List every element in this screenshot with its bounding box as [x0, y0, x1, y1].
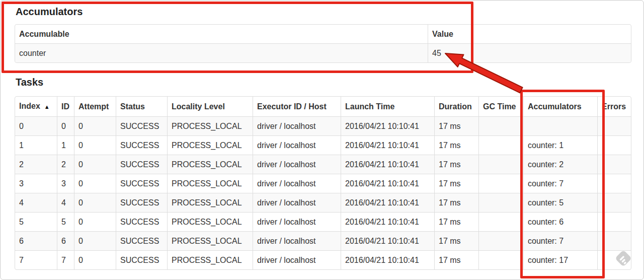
cell-duration: 17 ms — [434, 250, 478, 269]
cell-id: 5 — [57, 212, 74, 231]
cell-executor: driver / localhost — [253, 231, 341, 250]
cell-duration: 17 ms — [434, 193, 478, 212]
column-header-index[interactable]: Index▲ — [15, 97, 57, 116]
cell-locality: PROCESS_LOCAL — [167, 231, 253, 250]
sort-ascending-icon: ▲ — [44, 104, 50, 110]
cell-locality: PROCESS_LOCAL — [167, 250, 253, 269]
cell-status: SUCCESS — [116, 135, 167, 155]
cell-executor: driver / localhost — [253, 250, 341, 269]
table-row: 330SUCCESSPROCESS_LOCALdriver / localhos… — [15, 174, 631, 193]
column-header-launch-time[interactable]: Launch Time — [341, 97, 434, 116]
cell-index: 2 — [15, 155, 57, 174]
cell-status: SUCCESS — [116, 231, 167, 250]
cell-accumulators — [523, 116, 597, 135]
cell-attempt: 0 — [74, 174, 116, 193]
cell-index: 0 — [15, 116, 57, 135]
cell-launch_time: 2016/04/21 10:10:41 — [341, 135, 434, 155]
cell-attempt: 0 — [74, 155, 116, 174]
cell-launch_time: 2016/04/21 10:10:41 — [341, 231, 434, 250]
table-row: 660SUCCESSPROCESS_LOCALdriver / localhos… — [15, 231, 631, 250]
cell-launch_time: 2016/04/21 10:10:41 — [341, 212, 434, 231]
column-header-status[interactable]: Status — [116, 97, 167, 116]
cell-status: SUCCESS — [116, 174, 167, 193]
cell-status: SUCCESS — [116, 212, 167, 231]
column-header-attempt[interactable]: Attempt — [74, 97, 116, 116]
cell-errors — [597, 193, 631, 212]
cell-index: 7 — [15, 250, 57, 269]
tasks-section-title: Tasks — [16, 76, 43, 88]
cell-locality: PROCESS_LOCAL — [167, 155, 253, 174]
cell-status: SUCCESS — [116, 250, 167, 269]
cell-duration: 17 ms — [434, 174, 478, 193]
cell-locality: PROCESS_LOCAL — [167, 135, 253, 155]
column-header-duration[interactable]: Duration — [434, 97, 478, 116]
cell-locality: PROCESS_LOCAL — [167, 212, 253, 231]
spark-stage-page: Accumulators Accumulable Value counter45… — [0, 0, 644, 280]
cell-duration: 17 ms — [434, 116, 478, 135]
column-header-accumulators[interactable]: Accumulators — [523, 97, 597, 116]
cell-launch_time: 2016/04/21 10:10:41 — [341, 250, 434, 269]
table-row: 110SUCCESSPROCESS_LOCALdriver / localhos… — [15, 135, 631, 155]
cell-index: 4 — [15, 193, 57, 212]
cell-gc_time — [478, 135, 523, 155]
cell-accumulators: counter: 6 — [523, 212, 597, 231]
table-row: 000SUCCESSPROCESS_LOCALdriver / localhos… — [15, 116, 631, 135]
table-row: counter45 — [15, 43, 631, 62]
cell-accumulators: counter: 2 — [523, 155, 597, 174]
cell-launch_time: 2016/04/21 10:10:41 — [341, 155, 434, 174]
cell-launch_time: 2016/04/21 10:10:41 — [341, 116, 434, 135]
cell-attempt: 0 — [74, 250, 116, 269]
tasks-header-row: Index▲ ID Attempt Status Locality Level … — [15, 97, 631, 116]
cell-duration: 17 ms — [434, 231, 478, 250]
cell-locality: PROCESS_LOCAL — [167, 193, 253, 212]
cell-attempt: 0 — [74, 212, 116, 231]
cell-id: 6 — [57, 231, 74, 250]
column-header-value[interactable]: Value — [428, 25, 631, 43]
accumulators-header-row: Accumulable Value — [15, 25, 631, 43]
cell-attempt: 0 — [74, 116, 116, 135]
cell-gc_time — [478, 193, 523, 212]
cell-attempt: 0 — [74, 135, 116, 155]
cell-errors — [597, 135, 631, 155]
column-header-gc-time[interactable]: GC Time — [478, 97, 523, 116]
cell-duration: 17 ms — [434, 212, 478, 231]
table-row: 550SUCCESSPROCESS_LOCALdriver / localhos… — [15, 212, 631, 231]
column-header-errors[interactable]: Errors — [597, 97, 631, 116]
cell-id: 1 — [57, 135, 74, 155]
cell-accumulators: counter: 1 — [523, 135, 597, 155]
cell-errors — [597, 212, 631, 231]
cell-errors — [597, 174, 631, 193]
cell-accumulators: counter: 7 — [523, 174, 597, 193]
cell-gc_time — [478, 250, 523, 269]
cell-status: SUCCESS — [116, 193, 167, 212]
column-header-index-label: Index — [19, 102, 40, 110]
cell-id: 7 — [57, 250, 74, 269]
cell-gc_time — [478, 212, 523, 231]
column-header-id[interactable]: ID — [57, 97, 74, 116]
cell-errors — [597, 250, 631, 269]
table-row: 770SUCCESSPROCESS_LOCALdriver / localhos… — [15, 250, 631, 269]
column-header-executor-id-host[interactable]: Executor ID / Host — [253, 97, 341, 116]
cell-errors — [597, 116, 631, 135]
cell-launch_time: 2016/04/21 10:10:41 — [341, 193, 434, 212]
cell-id: 2 — [57, 155, 74, 174]
cell-executor: driver / localhost — [253, 135, 341, 155]
cell-executor: driver / localhost — [253, 193, 341, 212]
table-row: 440SUCCESSPROCESS_LOCALdriver / localhos… — [15, 193, 631, 212]
cell-gc_time — [478, 231, 523, 250]
cell-gc_time — [478, 174, 523, 193]
accumulators-table: Accumulable Value counter45 — [15, 24, 631, 63]
cell-duration: 17 ms — [434, 135, 478, 155]
cell-errors — [597, 231, 631, 250]
cell-attempt: 0 — [74, 193, 116, 212]
cell-accumulators: counter: 5 — [523, 193, 597, 212]
cell-executor: driver / localhost — [253, 174, 341, 193]
cell-accumulable: counter — [15, 43, 428, 62]
column-header-accumulable[interactable]: Accumulable — [15, 25, 428, 43]
cell-gc_time — [478, 116, 523, 135]
cell-id: 3 — [57, 174, 74, 193]
cell-gc_time — [478, 155, 523, 174]
cell-executor: driver / localhost — [253, 212, 341, 231]
cell-duration: 17 ms — [434, 155, 478, 174]
column-header-locality-level[interactable]: Locality Level — [167, 97, 253, 116]
